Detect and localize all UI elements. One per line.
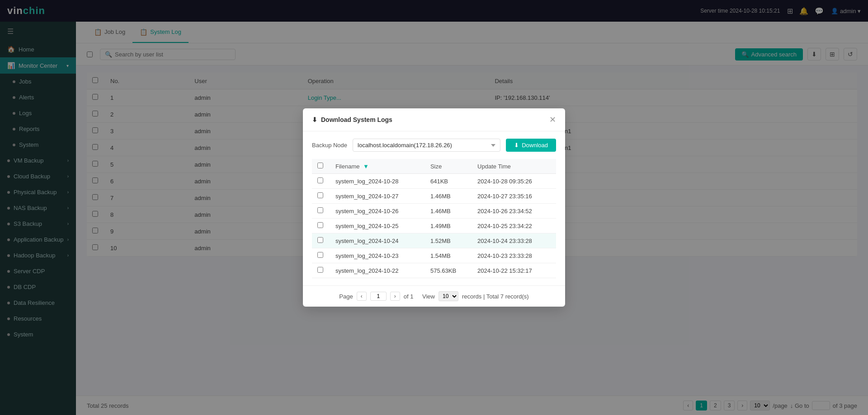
modal-of-label: of 1 [404,293,414,300]
modal-row-time: 2024-10-23 23:33:28 [472,248,556,263]
download-label: Download [522,142,548,149]
modal-title-text: Download System Logs [321,116,392,123]
modal-col-checkbox [312,159,330,174]
download-title-icon: ⬇ [312,116,317,123]
modal-next-page-button[interactable]: › [390,292,400,301]
backup-node-row: Backup Node localhost.localdomain(172.18… [312,139,556,152]
modal-overlay: ⬇ Download System Logs ✕ Backup Node loc… [0,0,868,415]
modal-row-size: 641KB [425,174,472,189]
backup-node-select[interactable]: localhost.localdomain(172.18.26.26) [353,139,500,152]
modal-row-time: 2024-10-25 23:34:22 [472,219,556,233]
modal-row-filename: system_log_2024-10-28 [330,174,425,189]
modal-close-button[interactable]: ✕ [549,115,556,125]
modal-col-filename[interactable]: Filename ▼ [330,159,425,174]
modal-row-filename: system_log_2024-10-24 [330,233,425,248]
backup-node-label: Backup Node [312,142,347,149]
modal-header-checkbox[interactable] [317,163,323,168]
modal-row-checkbox[interactable] [317,237,323,243]
filename-sort-icon: ▼ [363,163,369,170]
modal-view-label: View [422,293,435,300]
modal-row-checkbox[interactable] [317,192,323,198]
modal-table-row: system_log_2024-10-23 1.54MB 2024-10-23 … [312,248,556,263]
modal-per-page-select[interactable]: 1020 [439,291,458,301]
modal-row-size: 1.54MB [425,248,472,263]
modal-table-head: Filename ▼ Size Update Time [312,159,556,174]
modal-row-size: 1.49MB [425,219,472,233]
modal-title: ⬇ Download System Logs [312,116,392,123]
modal-row-filename: system_log_2024-10-27 [330,189,425,204]
modal-table-row: system_log_2024-10-25 1.49MB 2024-10-25 … [312,219,556,233]
filename-col-label: Filename [335,163,359,170]
modal-header: ⬇ Download System Logs ✕ [303,108,565,131]
modal-row-filename: system_log_2024-10-26 [330,204,425,219]
modal-row-time: 2024-10-24 23:33:28 [472,233,556,248]
modal-body: Backup Node localhost.localdomain(172.18… [303,131,565,285]
download-system-logs-modal: ⬇ Download System Logs ✕ Backup Node loc… [303,108,565,307]
modal-table-body: system_log_2024-10-28 641KB 2024-10-28 0… [312,174,556,278]
modal-row-checkbox[interactable] [317,252,323,258]
download-button[interactable]: ⬇ Download [506,139,556,152]
modal-footer: Page ‹ › of 1 View 1020 records | Total … [303,285,565,307]
modal-prev-page-button[interactable]: ‹ [357,292,367,301]
modal-row-size: 575.63KB [425,263,472,278]
modal-table-row: system_log_2024-10-24 1.52MB 2024-10-24 … [312,233,556,248]
modal-row-checkbox[interactable] [317,267,323,273]
modal-page-input[interactable] [370,292,387,301]
modal-records-label: records | Total 7 record(s) [462,293,529,300]
modal-table-row: system_log_2024-10-28 641KB 2024-10-28 0… [312,174,556,189]
modal-row-filename: system_log_2024-10-22 [330,263,425,278]
modal-row-time: 2024-10-28 09:35:26 [472,174,556,189]
modal-row-checkbox[interactable] [317,222,323,228]
modal-table-row: system_log_2024-10-26 1.46MB 2024-10-26 … [312,204,556,219]
modal-row-time: 2024-10-22 15:32:17 [472,263,556,278]
modal-log-table: Filename ▼ Size Update Time system_log_2… [312,159,556,278]
modal-row-checkbox[interactable] [317,207,323,213]
modal-table-row: system_log_2024-10-27 1.46MB 2024-10-27 … [312,189,556,204]
modal-row-time: 2024-10-27 23:35:16 [472,189,556,204]
modal-row-filename: system_log_2024-10-25 [330,219,425,233]
modal-col-size: Size [425,159,472,174]
modal-table-row: system_log_2024-10-22 575.63KB 2024-10-2… [312,263,556,278]
modal-row-checkbox[interactable] [317,177,323,183]
modal-row-filename: system_log_2024-10-23 [330,248,425,263]
modal-col-update-time: Update Time [472,159,556,174]
download-icon: ⬇ [514,142,519,149]
modal-row-time: 2024-10-26 23:34:52 [472,204,556,219]
modal-row-size: 1.46MB [425,189,472,204]
modal-row-size: 1.52MB [425,233,472,248]
modal-page-label: Page [339,293,353,300]
modal-row-size: 1.46MB [425,204,472,219]
